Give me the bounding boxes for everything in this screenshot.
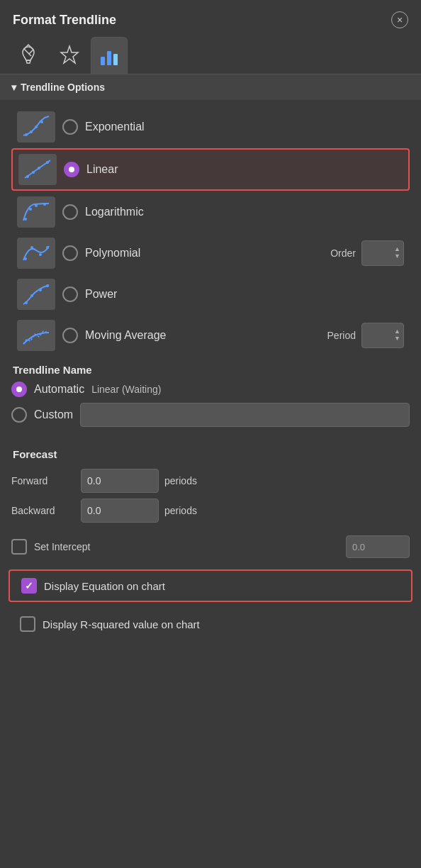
svg-rect-2 — [101, 57, 105, 65]
period-control: Period ▲ ▼ — [327, 323, 404, 348]
trendline-options-content: Exponential Linear — [0, 100, 421, 440]
radio-power[interactable] — [62, 286, 78, 302]
display-rsquared-row: Display R-squared value on chart — [9, 611, 412, 638]
moving-average-label: Moving Average — [85, 329, 320, 342]
forward-periods-label: periods — [164, 475, 197, 486]
tab-effects[interactable] — [51, 37, 88, 74]
automatic-name-row: Automatic Linear (Waiting) — [11, 382, 410, 397]
effects-icon — [57, 43, 82, 67]
trendline-options-header[interactable]: ▾ Trendline Options — [0, 74, 421, 100]
display-equation-label: Display Equation on chart — [44, 580, 165, 592]
order-label: Order — [330, 247, 356, 259]
option-polynomial[interactable]: Polynomial Order ▲ ▼ — [11, 233, 410, 273]
radio-polynomial[interactable] — [62, 245, 78, 261]
svg-marker-1 — [61, 46, 78, 63]
intercept-checkbox[interactable] — [11, 539, 27, 555]
svg-point-8 — [35, 126, 38, 128]
exponential-icon-preview — [17, 111, 55, 143]
panel-title: Format Trendline — [13, 13, 116, 28]
svg-point-14 — [38, 167, 40, 169]
logarithmic-icon-preview — [17, 196, 55, 228]
radio-custom[interactable] — [11, 407, 27, 423]
order-arrows: ▲ ▼ — [394, 246, 400, 260]
tab-fill[interactable] — [11, 37, 48, 74]
automatic-label: Automatic — [34, 383, 84, 396]
chevron-icon: ▾ — [11, 82, 16, 93]
svg-point-30 — [46, 284, 49, 287]
svg-rect-3 — [107, 51, 111, 65]
polynomial-label: Polynomial — [85, 247, 323, 260]
linear-icon-preview — [18, 154, 57, 185]
power-icon-preview — [17, 279, 55, 310]
display-equation-checkbox[interactable] — [21, 578, 37, 594]
logarithmic-label: Logarithmic — [85, 206, 404, 218]
forward-row: Forward periods — [11, 469, 410, 493]
svg-point-18 — [29, 208, 32, 211]
tabs-bar — [0, 37, 421, 74]
period-down-arrow[interactable]: ▼ — [394, 335, 400, 343]
svg-point-15 — [46, 161, 49, 164]
svg-point-29 — [39, 289, 42, 291]
svg-point-25 — [46, 246, 49, 249]
svg-point-12 — [26, 175, 29, 178]
power-label: Power — [85, 288, 404, 301]
backward-periods-label: periods — [164, 505, 197, 516]
forward-label: Forward — [11, 475, 75, 486]
svg-point-22 — [24, 257, 27, 260]
backward-label: Backward — [11, 505, 75, 516]
option-power[interactable]: Power — [11, 274, 410, 314]
tab-chart[interactable] — [91, 37, 128, 74]
forward-input[interactable] — [81, 469, 159, 493]
svg-point-13 — [32, 171, 35, 174]
display-rsquared-checkbox[interactable] — [20, 616, 35, 632]
backward-input[interactable] — [81, 499, 159, 523]
radio-automatic[interactable] — [11, 382, 27, 397]
custom-name-row: Custom — [11, 403, 410, 427]
moving-average-icon-preview — [17, 320, 55, 351]
intercept-label: Set Intercept — [34, 541, 90, 552]
forecast-section: Forward periods Backward periods — [0, 469, 421, 535]
svg-point-9 — [40, 121, 43, 123]
fill-icon — [18, 43, 42, 67]
option-exponential[interactable]: Exponential — [11, 107, 410, 147]
order-down-arrow[interactable]: ▼ — [394, 253, 400, 260]
svg-point-20 — [43, 203, 46, 206]
svg-rect-4 — [113, 54, 118, 65]
backward-row: Backward periods — [11, 499, 410, 523]
svg-point-19 — [35, 204, 38, 207]
radio-linear[interactable] — [64, 162, 79, 177]
chart-icon — [97, 44, 121, 68]
order-spinbox[interactable]: ▲ ▼ — [361, 240, 404, 266]
period-spinbox[interactable]: ▲ ▼ — [361, 323, 404, 348]
svg-point-28 — [30, 294, 33, 297]
period-arrows: ▲ ▼ — [394, 328, 400, 343]
option-linear[interactable]: Linear — [11, 148, 410, 191]
svg-point-27 — [25, 301, 28, 304]
custom-label: Custom — [34, 408, 73, 421]
display-rsquared-label: Display R-squared value on chart — [43, 618, 200, 630]
trendline-name-section-label: Trendline Name — [11, 364, 410, 376]
exponential-label: Exponential — [85, 121, 404, 133]
option-moving-average[interactable]: Moving Average Period ▲ ▼ — [11, 316, 410, 355]
format-trendline-panel: Format Trendline × — [0, 0, 421, 868]
display-equation-row: Display Equation on chart — [9, 569, 412, 602]
radio-logarithmic[interactable] — [62, 204, 78, 220]
order-control: Order ▲ ▼ — [330, 240, 404, 266]
close-button[interactable]: × — [391, 11, 408, 28]
svg-point-7 — [30, 130, 33, 133]
automatic-value: Linear (Waiting) — [91, 384, 161, 395]
forecast-section-label: Forecast — [11, 448, 410, 460]
intercept-row: Set Intercept 0.0 — [0, 535, 421, 558]
radio-exponential[interactable] — [62, 119, 78, 135]
polynomial-icon-preview — [17, 238, 55, 269]
option-logarithmic[interactable]: Logarithmic — [11, 192, 410, 232]
custom-name-input[interactable] — [80, 403, 410, 427]
svg-point-6 — [25, 133, 28, 136]
svg-point-24 — [39, 253, 42, 256]
linear-label: Linear — [86, 163, 403, 176]
svg-point-17 — [24, 218, 27, 221]
period-label: Period — [327, 330, 356, 341]
panel-header: Format Trendline × — [0, 0, 421, 37]
intercept-value: 0.0 — [346, 535, 410, 558]
radio-moving-average[interactable] — [62, 328, 78, 343]
